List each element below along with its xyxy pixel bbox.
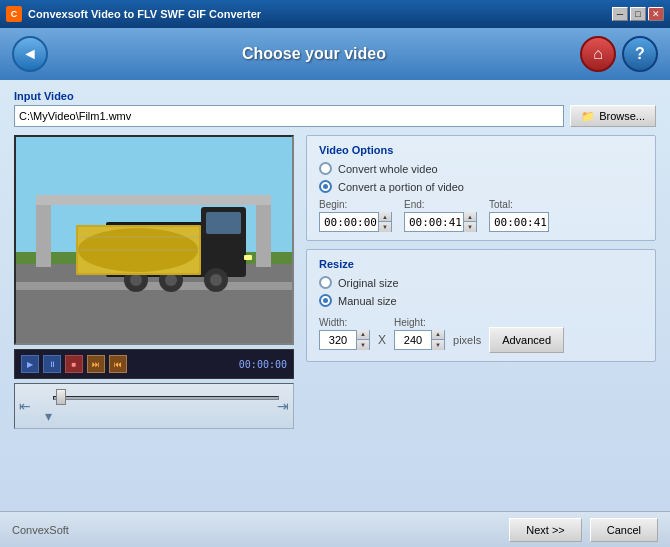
app-icon: C: [6, 6, 22, 22]
height-up[interactable]: ▲: [432, 330, 444, 340]
close-button[interactable]: ✕: [648, 7, 664, 21]
next-frame-button[interactable]: ⏭: [87, 355, 105, 373]
radio-whole-circle[interactable]: [319, 162, 332, 175]
radio-whole-label: Convert whole video: [338, 163, 438, 175]
cancel-button[interactable]: Cancel: [590, 518, 658, 542]
begin-up[interactable]: ▲: [379, 212, 391, 222]
begin-input[interactable]: 00:00:00 ▲ ▼: [319, 212, 392, 232]
begin-label: Begin:: [319, 199, 392, 210]
height-input[interactable]: 240 ▲ ▼: [394, 330, 445, 350]
video-options-group: Video Options Convert whole video Conver…: [306, 135, 656, 241]
begin-spin[interactable]: ▲ ▼: [378, 212, 391, 232]
total-label: Total:: [489, 199, 549, 210]
back-button[interactable]: ◄: [12, 36, 48, 72]
begin-value: 00:00:00: [320, 216, 378, 229]
video-controls: ▶ ⏸ ■ ⏭ ⏮ 00:00:00: [14, 349, 294, 379]
folder-icon: 📁: [581, 110, 595, 123]
svg-rect-2: [16, 282, 294, 290]
header-bar: ◄ Choose your video ⌂ ?: [0, 28, 670, 80]
time-display: 00:00:00: [239, 359, 287, 370]
pixels-label: pixels: [453, 334, 481, 346]
total-value: 00:00:41: [490, 216, 548, 229]
footer-brand: ConvexSoft: [12, 524, 69, 536]
radio-original-label: Original size: [338, 277, 399, 289]
resize-title: Resize: [319, 258, 643, 270]
svg-point-13: [165, 274, 177, 286]
end-value: 00:00:41: [405, 216, 463, 229]
maximize-button[interactable]: □: [630, 7, 646, 21]
prev-frame-button[interactable]: ⏮: [109, 355, 127, 373]
size-fields: Width: 320 ▲ ▼ X Height: 24: [319, 313, 643, 353]
end-spin[interactable]: ▲ ▼: [463, 212, 476, 232]
x-separator: X: [378, 333, 386, 347]
title-bar-controls: ─ □ ✕: [612, 7, 664, 21]
play-button[interactable]: ▶: [21, 355, 39, 373]
end-input[interactable]: 00:00:41 ▲ ▼: [404, 212, 477, 232]
width-label: Width:: [319, 317, 370, 328]
radio-portion-label: Convert a portion of video: [338, 181, 464, 193]
total-input: 00:00:41: [489, 212, 549, 232]
advanced-button[interactable]: Advanced: [489, 327, 564, 353]
slider-track[interactable]: [53, 396, 279, 400]
svg-point-11: [130, 274, 142, 286]
height-spin[interactable]: ▲ ▼: [431, 330, 444, 350]
svg-point-15: [210, 274, 222, 286]
minimize-button[interactable]: ─: [612, 7, 628, 21]
begin-field-group: Begin: 00:00:00 ▲ ▼: [319, 199, 392, 232]
radio-original-size[interactable]: Original size: [319, 276, 643, 289]
bottom-row: ▶ ⏸ ■ ⏭ ⏮ 00:00:00 ⇤ ▾ ⇥: [14, 135, 656, 501]
slider-left-icon: ⇤: [19, 398, 31, 414]
browse-button[interactable]: 📁 Browse...: [570, 105, 656, 127]
svg-rect-4: [36, 197, 51, 267]
width-down[interactable]: ▼: [357, 340, 369, 350]
svg-rect-5: [256, 197, 271, 267]
slider-marker-icon: ▾: [45, 408, 52, 424]
end-down[interactable]: ▼: [464, 222, 476, 232]
height-field-group: Height: 240 ▲ ▼: [394, 317, 445, 350]
total-field-group: Total: 00:00:41: [489, 199, 549, 232]
slider-thumb[interactable]: [56, 389, 66, 405]
height-label: Height:: [394, 317, 445, 328]
slider-panel[interactable]: ⇤ ▾ ⇥: [14, 383, 294, 429]
radio-portion-circle[interactable]: [319, 180, 332, 193]
radio-manual-circle[interactable]: [319, 294, 332, 307]
pause-button[interactable]: ⏸: [43, 355, 61, 373]
width-input[interactable]: 320 ▲ ▼: [319, 330, 370, 350]
help-button[interactable]: ?: [622, 36, 658, 72]
end-field-group: End: 00:00:41 ▲ ▼: [404, 199, 477, 232]
svg-rect-6: [36, 195, 271, 205]
input-video-label: Input Video: [14, 90, 656, 102]
footer-bar: ConvexSoft Next >> Cancel: [0, 511, 670, 547]
slider-right-icon: ⇥: [277, 398, 289, 414]
begin-down[interactable]: ▼: [379, 222, 391, 232]
end-label: End:: [404, 199, 477, 210]
main-content: Input Video 📁 Browse...: [0, 80, 670, 511]
options-panel: Video Options Convert whole video Conver…: [306, 135, 656, 501]
radio-manual-size[interactable]: Manual size: [319, 294, 643, 307]
time-fields: Begin: 00:00:00 ▲ ▼ End: 00:00:41: [319, 199, 643, 232]
radio-whole-video[interactable]: Convert whole video: [319, 162, 643, 175]
file-path-input[interactable]: [14, 105, 564, 127]
header-title: Choose your video: [48, 45, 580, 63]
stop-button[interactable]: ■: [65, 355, 83, 373]
radio-original-circle[interactable]: [319, 276, 332, 289]
video-options-title: Video Options: [319, 144, 643, 156]
next-button[interactable]: Next >>: [509, 518, 582, 542]
video-panel: ▶ ⏸ ■ ⏭ ⏮ 00:00:00 ⇤ ▾ ⇥: [14, 135, 294, 501]
radio-manual-label: Manual size: [338, 295, 397, 307]
input-row: 📁 Browse...: [14, 105, 656, 127]
width-spin[interactable]: ▲ ▼: [356, 330, 369, 350]
home-button[interactable]: ⌂: [580, 36, 616, 72]
svg-rect-9: [206, 212, 241, 234]
width-up[interactable]: ▲: [357, 330, 369, 340]
radio-portion-video[interactable]: Convert a portion of video: [319, 180, 643, 193]
truck-image: [16, 137, 294, 345]
header-right-buttons: ⌂ ?: [580, 36, 658, 72]
height-down[interactable]: ▼: [432, 340, 444, 350]
end-up[interactable]: ▲: [464, 212, 476, 222]
video-preview: [14, 135, 294, 345]
resize-group: Resize Original size Manual size Width: …: [306, 249, 656, 362]
title-bar: C Convexsoft Video to FLV SWF GIF Conver…: [0, 0, 670, 28]
svg-rect-21: [244, 255, 252, 260]
height-value: 240: [395, 334, 431, 346]
